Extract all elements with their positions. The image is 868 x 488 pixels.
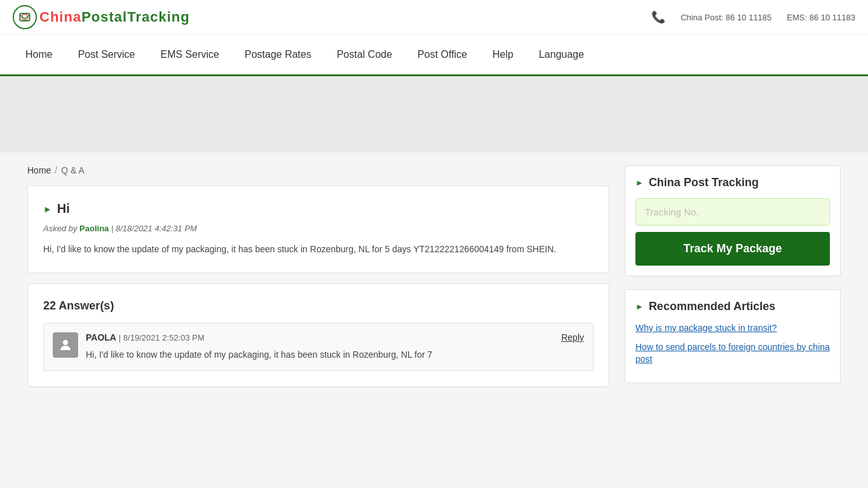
logo-icon [13,5,37,29]
question-date: 8/18/2021 4:42:31 PM [116,224,197,233]
breadcrumb-sep: / [55,165,57,175]
banner [0,76,868,152]
question-arrow-icon: ► [43,204,52,214]
china-post-number: China Post: 86 10 11185 [681,13,771,22]
tracking-arrow-icon: ► [635,178,644,187]
recommended-articles-card: ► Recommended Articles Why is my package… [625,289,841,383]
answer-author-date: PAOLA | 8/19/2021 2:52:03 PM [86,332,205,342]
answer-avatar [53,332,78,358]
tracking-title-text: China Post Tracking [649,176,759,189]
breadcrumb-home[interactable]: Home [27,165,51,175]
tracking-input[interactable] [635,198,830,226]
question-body: Hi, I'd like to know the update of my pa… [43,242,593,257]
recommended-articles-title: ► Recommended Articles [635,300,830,313]
page-wrapper: Home / Q & A ► Hi Asked by Paolina | 8/1… [15,152,853,409]
recommended-title-text: Recommended Articles [649,300,775,313]
question-meta-prefix: Asked by [43,224,77,233]
answer-date: | 8/19/2021 2:52:03 PM [119,333,205,342]
breadcrumb: Home / Q & A [27,165,609,175]
nav-post-service[interactable]: Post Service [65,35,148,74]
left-column: Home / Q & A ► Hi Asked by Paolina | 8/1… [27,165,609,396]
nav-language[interactable]: Language [526,35,597,74]
svg-point-0 [13,6,36,29]
answers-section: 22 Answer(s) PAOLA | 8/19/2021 2:52:03 P… [27,283,609,387]
nav-postal-code[interactable]: Postal Code [324,35,405,74]
article-link-1[interactable]: How to send parcels to foreign countries… [635,341,830,366]
user-icon [58,337,73,353]
answer-header: PAOLA | 8/19/2021 2:52:03 PM Reply [86,332,584,342]
question-title: ► Hi [43,201,593,216]
nav-post-office[interactable]: Post Office [405,35,480,74]
answers-count: 22 Answer(s) [43,299,593,313]
tracking-card-title: ► China Post Tracking [635,176,830,189]
track-button[interactable]: Track My Package [635,232,830,266]
nav-ems-service[interactable]: EMS Service [148,35,232,74]
nav-home[interactable]: Home [13,35,65,74]
top-bar: ChinaPostalTracking 📞 China Post: 86 10 … [0,0,868,35]
question-meta-sep: | [111,224,116,233]
breadcrumb-current: Q & A [61,165,85,175]
article-link-0[interactable]: Why is my package stuck in transit? [635,322,830,335]
logo[interactable]: ChinaPostalTracking [13,5,190,29]
ems-number: EMS: 86 10 11183 [787,13,855,22]
svg-point-3 [63,340,68,345]
question-meta: Asked by Paolina | 8/18/2021 4:42:31 PM [43,224,593,233]
question-author[interactable]: Paolina [79,224,109,233]
contact-info: 📞 China Post: 86 10 11185 EMS: 86 10 111… [651,10,855,24]
nav-help[interactable]: Help [480,35,526,74]
right-column: ► China Post Tracking Track My Package ►… [625,165,841,396]
answer-content: PAOLA | 8/19/2021 2:52:03 PM Reply Hi, I… [86,332,584,362]
answer-item: PAOLA | 8/19/2021 2:52:03 PM Reply Hi, I… [43,323,593,371]
answer-author: PAOLA [86,332,116,342]
tracking-card: ► China Post Tracking Track My Package [625,165,841,276]
logo-text: ChinaPostalTracking [39,9,190,25]
question-title-text: Hi [57,201,70,216]
recommended-arrow-icon: ► [635,302,644,311]
question-card: ► Hi Asked by Paolina | 8/18/2021 4:42:3… [27,186,609,273]
reply-button[interactable]: Reply [561,332,584,342]
nav-postage-rates[interactable]: Postage Rates [232,35,324,74]
main-nav: Home Post Service EMS Service Postage Ra… [0,35,868,76]
answer-body: Hi, I'd like to know the update of my pa… [86,348,584,362]
phone-icon: 📞 [651,10,665,24]
